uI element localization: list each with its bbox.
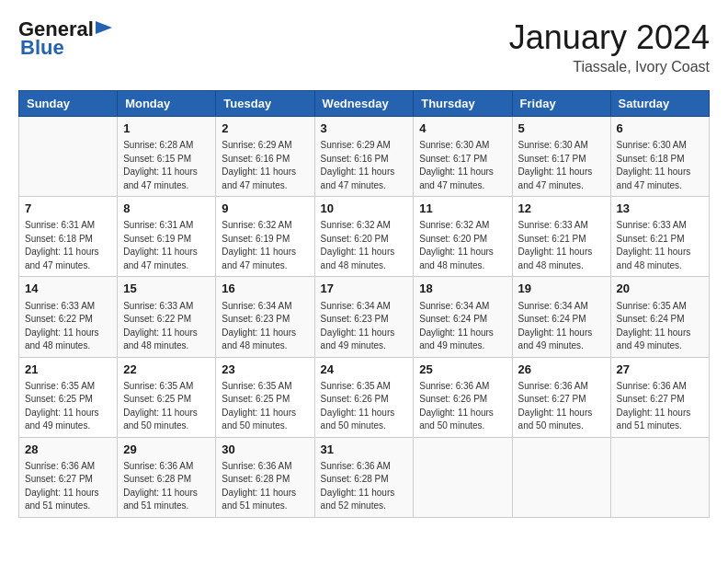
day-number: 19 bbox=[518, 281, 605, 297]
day-number: 21 bbox=[25, 362, 111, 378]
day-info: Sunrise: 6:36 AM Sunset: 6:26 PM Dayligh… bbox=[419, 380, 506, 433]
day-info: Sunrise: 6:36 AM Sunset: 6:27 PM Dayligh… bbox=[518, 380, 605, 433]
calendar-week-row: 1Sunrise: 6:28 AM Sunset: 6:15 PM Daylig… bbox=[19, 117, 710, 197]
calendar-cell: 4Sunrise: 6:30 AM Sunset: 6:17 PM Daylig… bbox=[414, 117, 512, 197]
calendar-cell: 7Sunrise: 6:31 AM Sunset: 6:18 PM Daylig… bbox=[19, 197, 118, 277]
day-info: Sunrise: 6:32 AM Sunset: 6:20 PM Dayligh… bbox=[419, 219, 506, 272]
day-number: 2 bbox=[222, 121, 308, 137]
logo-blue-text: Blue bbox=[20, 37, 64, 59]
svg-marker-0 bbox=[96, 21, 112, 34]
calendar-cell: 6Sunrise: 6:30 AM Sunset: 6:18 PM Daylig… bbox=[610, 117, 709, 197]
day-info: Sunrise: 6:35 AM Sunset: 6:24 PM Dayligh… bbox=[617, 300, 703, 353]
day-number: 22 bbox=[123, 362, 210, 378]
day-number: 29 bbox=[123, 442, 210, 458]
calendar-cell: 14Sunrise: 6:33 AM Sunset: 6:22 PM Dayli… bbox=[19, 277, 118, 357]
calendar-cell: 3Sunrise: 6:29 AM Sunset: 6:16 PM Daylig… bbox=[314, 117, 414, 197]
calendar-cell bbox=[512, 437, 610, 517]
calendar-week-row: 7Sunrise: 6:31 AM Sunset: 6:18 PM Daylig… bbox=[19, 197, 710, 277]
day-number: 5 bbox=[518, 121, 605, 137]
day-info: Sunrise: 6:32 AM Sunset: 6:19 PM Dayligh… bbox=[222, 219, 308, 272]
calendar-cell: 27Sunrise: 6:36 AM Sunset: 6:27 PM Dayli… bbox=[610, 357, 709, 437]
calendar-cell: 1Sunrise: 6:28 AM Sunset: 6:15 PM Daylig… bbox=[118, 117, 216, 197]
day-of-week-header-wednesday: Wednesday bbox=[314, 91, 414, 117]
calendar-cell: 15Sunrise: 6:33 AM Sunset: 6:22 PM Dayli… bbox=[118, 277, 216, 357]
day-info: Sunrise: 6:33 AM Sunset: 6:21 PM Dayligh… bbox=[617, 219, 703, 272]
calendar-cell: 8Sunrise: 6:31 AM Sunset: 6:19 PM Daylig… bbox=[118, 197, 216, 277]
day-info: Sunrise: 6:33 AM Sunset: 6:21 PM Dayligh… bbox=[518, 219, 605, 272]
calendar-cell: 11Sunrise: 6:32 AM Sunset: 6:20 PM Dayli… bbox=[414, 197, 512, 277]
title-block: January 2024 Tiassale, Ivory Coast bbox=[509, 18, 710, 75]
calendar-cell: 10Sunrise: 6:32 AM Sunset: 6:20 PM Dayli… bbox=[314, 197, 414, 277]
day-number: 27 bbox=[617, 362, 703, 378]
day-number: 17 bbox=[321, 281, 408, 297]
day-info: Sunrise: 6:33 AM Sunset: 6:22 PM Dayligh… bbox=[123, 300, 210, 353]
day-info: Sunrise: 6:32 AM Sunset: 6:20 PM Dayligh… bbox=[321, 219, 408, 272]
day-of-week-header-monday: Monday bbox=[118, 91, 216, 117]
calendar-cell: 13Sunrise: 6:33 AM Sunset: 6:21 PM Dayli… bbox=[610, 197, 709, 277]
day-of-week-header-saturday: Saturday bbox=[610, 91, 709, 117]
day-number: 14 bbox=[25, 281, 111, 297]
day-of-week-header-tuesday: Tuesday bbox=[216, 91, 314, 117]
day-info: Sunrise: 6:35 AM Sunset: 6:25 PM Dayligh… bbox=[123, 380, 210, 433]
day-number: 23 bbox=[222, 362, 308, 378]
calendar-cell: 18Sunrise: 6:34 AM Sunset: 6:24 PM Dayli… bbox=[414, 277, 512, 357]
calendar-cell: 17Sunrise: 6:34 AM Sunset: 6:23 PM Dayli… bbox=[314, 277, 414, 357]
calendar-cell: 21Sunrise: 6:35 AM Sunset: 6:25 PM Dayli… bbox=[19, 357, 118, 437]
logo-arrow-icon bbox=[96, 21, 112, 34]
calendar-cell: 12Sunrise: 6:33 AM Sunset: 6:21 PM Dayli… bbox=[512, 197, 610, 277]
calendar-table: SundayMondayTuesdayWednesdayThursdayFrid… bbox=[18, 90, 710, 518]
day-of-week-header-friday: Friday bbox=[512, 91, 610, 117]
calendar-cell: 9Sunrise: 6:32 AM Sunset: 6:19 PM Daylig… bbox=[216, 197, 314, 277]
day-of-week-header-sunday: Sunday bbox=[19, 91, 118, 117]
page-header: General Blue January 2024 Tiassale, Ivor… bbox=[18, 18, 710, 75]
day-number: 12 bbox=[518, 201, 605, 217]
day-info: Sunrise: 6:28 AM Sunset: 6:15 PM Dayligh… bbox=[123, 139, 210, 192]
day-number: 8 bbox=[123, 201, 210, 217]
day-number: 4 bbox=[419, 121, 506, 137]
day-info: Sunrise: 6:36 AM Sunset: 6:28 PM Dayligh… bbox=[222, 460, 308, 513]
day-info: Sunrise: 6:34 AM Sunset: 6:23 PM Dayligh… bbox=[321, 300, 408, 353]
calendar-cell bbox=[19, 117, 118, 197]
day-number: 30 bbox=[222, 442, 308, 458]
day-info: Sunrise: 6:30 AM Sunset: 6:17 PM Dayligh… bbox=[419, 139, 506, 192]
day-info: Sunrise: 6:34 AM Sunset: 6:24 PM Dayligh… bbox=[518, 300, 605, 353]
day-number: 25 bbox=[419, 362, 506, 378]
day-info: Sunrise: 6:29 AM Sunset: 6:16 PM Dayligh… bbox=[321, 139, 408, 192]
calendar-week-row: 14Sunrise: 6:33 AM Sunset: 6:22 PM Dayli… bbox=[19, 277, 710, 357]
day-number: 9 bbox=[222, 201, 308, 217]
day-number: 10 bbox=[321, 201, 408, 217]
day-info: Sunrise: 6:33 AM Sunset: 6:22 PM Dayligh… bbox=[25, 300, 111, 353]
calendar-cell: 24Sunrise: 6:35 AM Sunset: 6:26 PM Dayli… bbox=[314, 357, 414, 437]
calendar-cell: 30Sunrise: 6:36 AM Sunset: 6:28 PM Dayli… bbox=[216, 437, 314, 517]
day-number: 13 bbox=[617, 201, 703, 217]
calendar-cell bbox=[414, 437, 512, 517]
calendar-header-row: SundayMondayTuesdayWednesdayThursdayFrid… bbox=[19, 91, 710, 117]
day-number: 3 bbox=[321, 121, 408, 137]
day-info: Sunrise: 6:31 AM Sunset: 6:18 PM Dayligh… bbox=[25, 219, 111, 272]
day-info: Sunrise: 6:31 AM Sunset: 6:19 PM Dayligh… bbox=[123, 219, 210, 272]
day-info: Sunrise: 6:36 AM Sunset: 6:28 PM Dayligh… bbox=[123, 460, 210, 513]
calendar-week-row: 28Sunrise: 6:36 AM Sunset: 6:27 PM Dayli… bbox=[19, 437, 710, 517]
day-info: Sunrise: 6:36 AM Sunset: 6:27 PM Dayligh… bbox=[25, 460, 111, 513]
day-number: 31 bbox=[321, 442, 408, 458]
calendar-cell: 20Sunrise: 6:35 AM Sunset: 6:24 PM Dayli… bbox=[610, 277, 709, 357]
calendar-cell: 5Sunrise: 6:30 AM Sunset: 6:17 PM Daylig… bbox=[512, 117, 610, 197]
day-number: 20 bbox=[617, 281, 703, 297]
day-number: 28 bbox=[25, 442, 111, 458]
day-number: 24 bbox=[321, 362, 408, 378]
calendar-cell: 16Sunrise: 6:34 AM Sunset: 6:23 PM Dayli… bbox=[216, 277, 314, 357]
calendar-cell: 28Sunrise: 6:36 AM Sunset: 6:27 PM Dayli… bbox=[19, 437, 118, 517]
day-number: 7 bbox=[25, 201, 111, 217]
day-number: 26 bbox=[518, 362, 605, 378]
calendar-cell: 23Sunrise: 6:35 AM Sunset: 6:25 PM Dayli… bbox=[216, 357, 314, 437]
calendar-cell: 31Sunrise: 6:36 AM Sunset: 6:28 PM Dayli… bbox=[314, 437, 414, 517]
calendar-cell: 26Sunrise: 6:36 AM Sunset: 6:27 PM Dayli… bbox=[512, 357, 610, 437]
day-number: 11 bbox=[419, 201, 506, 217]
day-info: Sunrise: 6:34 AM Sunset: 6:23 PM Dayligh… bbox=[222, 300, 308, 353]
day-info: Sunrise: 6:34 AM Sunset: 6:24 PM Dayligh… bbox=[419, 300, 506, 353]
day-number: 16 bbox=[222, 281, 308, 297]
day-info: Sunrise: 6:30 AM Sunset: 6:18 PM Dayligh… bbox=[617, 139, 703, 192]
calendar-cell: 25Sunrise: 6:36 AM Sunset: 6:26 PM Dayli… bbox=[414, 357, 512, 437]
logo: General Blue bbox=[18, 18, 112, 59]
day-info: Sunrise: 6:30 AM Sunset: 6:17 PM Dayligh… bbox=[518, 139, 605, 192]
